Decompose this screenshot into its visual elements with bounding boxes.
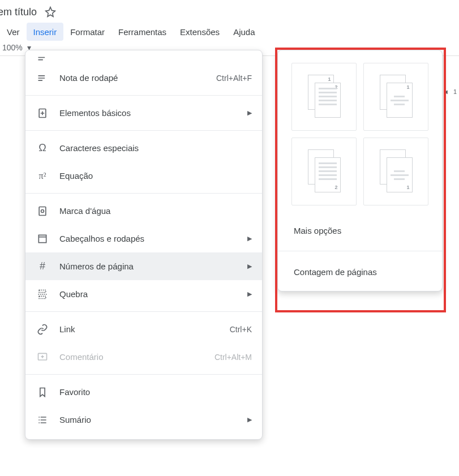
- menu-divider: [25, 95, 262, 96]
- doc-title-fragment: em título: [0, 6, 37, 18]
- menu-item-dropdown-cutoff[interactable]: [25, 54, 262, 64]
- menu-divider: [25, 311, 262, 312]
- menu-divider: [25, 374, 262, 375]
- menu-view[interactable]: Ver: [0, 23, 27, 41]
- submenu-more-options[interactable]: Mais opções: [278, 212, 442, 248]
- footnote-icon: [36, 72, 49, 84]
- footnote-shortcut: Ctrl+Alt+F: [216, 74, 252, 83]
- chevron-right-icon: ▶: [247, 263, 252, 270]
- submenu-page-count[interactable]: Contagem de páginas: [278, 254, 442, 290]
- menu-insert[interactable]: Inserir: [27, 23, 64, 41]
- menu-divider: [25, 130, 262, 131]
- svg-rect-1: [39, 207, 46, 215]
- chevron-right-icon: ▶: [247, 235, 252, 242]
- chevron-right-icon: ▶: [247, 109, 252, 117]
- watermark-icon: [36, 205, 49, 217]
- chevron-right-icon: ▶: [247, 290, 252, 298]
- menu-item-special-chars[interactable]: Ω Caracteres especiais: [25, 134, 262, 162]
- svg-point-2: [41, 209, 44, 212]
- bookmark-icon: [36, 387, 49, 398]
- headers-footers-icon: [36, 233, 49, 245]
- page-number-style-top-right-skip-first[interactable]: 1: [363, 63, 428, 131]
- menu-help[interactable]: Ajuda: [226, 23, 261, 41]
- break-label: Quebra: [59, 289, 233, 299]
- building-blocks-label: Elementos básicos: [59, 108, 233, 118]
- menu-item-bookmark[interactable]: Favorito: [25, 378, 262, 406]
- menu-format[interactable]: Formatar: [63, 23, 111, 41]
- comment-shortcut: Ctrl+Alt+M: [215, 353, 252, 362]
- equation-label: Equação: [59, 171, 252, 181]
- footnote-label: Nota de rodapé: [59, 73, 206, 83]
- equation-icon: π²: [36, 171, 49, 181]
- menu-item-break[interactable]: Quebra ▶: [25, 280, 262, 308]
- hash-icon: #: [36, 260, 49, 272]
- bookmark-label: Favorito: [59, 387, 252, 397]
- page-break-icon: [36, 289, 49, 300]
- submenu-divider: [278, 251, 442, 251]
- menu-item-comment: Comentário Ctrl+Alt+M: [25, 343, 262, 371]
- page-numbers-submenu: 1 2 1 1 2: [277, 50, 443, 291]
- dropdown-icon: [36, 56, 49, 62]
- chevron-right-icon: ▶: [247, 416, 252, 423]
- special-chars-label: Caracteres especiais: [59, 143, 252, 153]
- svg-rect-3: [38, 235, 46, 242]
- link-icon: [36, 324, 49, 335]
- ruler-fragment: ◄1: [448, 85, 459, 98]
- menu-tools[interactable]: Ferramentas: [111, 23, 173, 41]
- page-number-style-bottom-right-skip-first[interactable]: 1: [363, 138, 428, 205]
- link-shortcut: Ctrl+K: [230, 325, 252, 334]
- menu-extensions[interactable]: Extensões: [173, 23, 226, 41]
- page-number-style-bottom-right[interactable]: 1 2: [291, 138, 357, 205]
- headers-footers-label: Cabeçalhos e rodapés: [59, 234, 233, 243]
- comment-label: Comentário: [59, 352, 204, 362]
- comment-icon: [36, 351, 49, 363]
- toc-label: Sumário: [59, 415, 233, 424]
- omega-icon: Ω: [36, 142, 49, 154]
- menu-divider: [25, 193, 262, 194]
- menu-item-footnote[interactable]: Nota de rodapé Ctrl+Alt+F: [25, 64, 262, 92]
- menu-item-toc[interactable]: Sumário ▶: [25, 406, 262, 434]
- menu-item-building-blocks[interactable]: Elementos básicos ▶: [25, 99, 262, 127]
- page-numbers-label: Números de página: [59, 261, 233, 271]
- menu-item-watermark[interactable]: Marca d'água: [25, 197, 262, 225]
- menu-item-link[interactable]: Link Ctrl+K: [25, 315, 262, 343]
- toc-icon: [36, 414, 49, 426]
- menu-bar: Ver Inserir Formatar Ferramentas Extensõ…: [0, 23, 459, 41]
- menu-item-equation[interactable]: π² Equação: [25, 162, 262, 190]
- insert-dropdown: Nota de rodapé Ctrl+Alt+F Elementos bási…: [25, 50, 263, 440]
- star-icon[interactable]: [44, 5, 57, 19]
- watermark-label: Marca d'água: [59, 206, 252, 216]
- link-label: Link: [59, 324, 220, 334]
- page-number-style-top-right[interactable]: 1 2: [291, 63, 357, 131]
- menu-item-page-numbers[interactable]: # Números de página ▶: [25, 252, 262, 280]
- menu-item-headers-footers[interactable]: Cabeçalhos e rodapés ▶: [25, 225, 262, 252]
- zoom-indicator[interactable]: 100%: [2, 43, 23, 52]
- building-blocks-icon: [36, 108, 49, 119]
